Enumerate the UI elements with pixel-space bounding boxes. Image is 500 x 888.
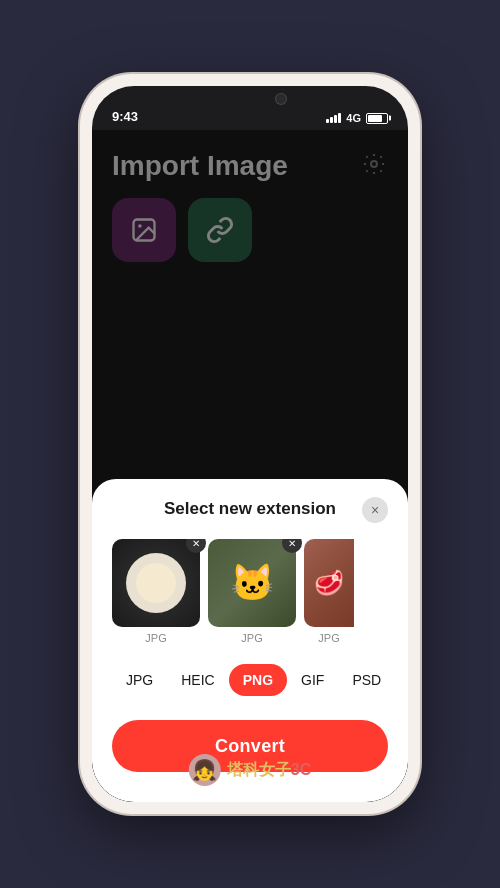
watermark-avatar: 👧 xyxy=(189,754,221,786)
modal-header: Select new extension × xyxy=(112,499,388,519)
signal-bars xyxy=(326,113,341,123)
phone-screen: 9:43 4G Import Image xyxy=(92,86,408,802)
remove-image-2-button[interactable]: ✕ xyxy=(282,539,302,553)
modal-close-button[interactable]: × xyxy=(362,497,388,523)
thumb-image-1 xyxy=(112,539,200,627)
watermark-emoji: 👧 xyxy=(192,758,217,782)
battery-icon xyxy=(366,113,388,124)
thumb-label-2: JPG xyxy=(208,632,296,644)
thumbnails-row: ✕ JPG 🐱 ✕ JPG xyxy=(112,539,388,644)
watermark: 👧 塔科女子3C xyxy=(189,754,311,786)
remove-image-1-button[interactable]: ✕ xyxy=(186,539,206,553)
bar-1 xyxy=(326,119,329,123)
thumb-image-3: 🥩 xyxy=(304,539,354,627)
thumb-label-3: JPG xyxy=(304,632,354,644)
format-jpg[interactable]: JPG xyxy=(112,664,167,696)
status-icons: 4G xyxy=(326,112,388,124)
thumb-label-1: JPG xyxy=(112,632,200,644)
watermark-text: 塔科女子3C xyxy=(227,760,311,781)
thumbnail-3: 🥩 JPG xyxy=(304,539,354,644)
soup-bowl-shape xyxy=(126,553,186,613)
notch xyxy=(190,86,310,114)
status-time: 9:43 xyxy=(112,109,138,124)
bar-2 xyxy=(330,117,333,123)
app-background: Import Image xyxy=(92,130,408,802)
thumbnail-2[interactable]: 🐱 ✕ JPG xyxy=(208,539,296,644)
battery-fill xyxy=(368,115,382,122)
format-heic[interactable]: HEIC xyxy=(167,664,228,696)
format-png[interactable]: PNG xyxy=(229,664,287,696)
format-options-row: JPG HEIC PNG GIF PSD xyxy=(112,660,388,700)
thumb-image-2: 🐱 xyxy=(208,539,296,627)
phone-wrapper: 9:43 4G Import Image xyxy=(0,0,500,888)
format-gif[interactable]: GIF xyxy=(287,664,338,696)
bar-3 xyxy=(334,115,337,123)
format-psd[interactable]: PSD xyxy=(338,664,395,696)
thumbnail-1[interactable]: ✕ JPG xyxy=(112,539,200,644)
phone-frame: 9:43 4G Import Image xyxy=(80,74,420,814)
watermark-badge: 3C xyxy=(291,761,311,778)
meat-emoji: 🥩 xyxy=(314,569,344,597)
cat-emoji: 🐱 xyxy=(230,565,275,601)
network-label: 4G xyxy=(346,112,361,124)
camera-dot xyxy=(276,94,286,104)
modal-overlay: Select new extension × xyxy=(92,130,408,802)
bar-4 xyxy=(338,113,341,123)
modal-title: Select new extension xyxy=(164,499,336,519)
